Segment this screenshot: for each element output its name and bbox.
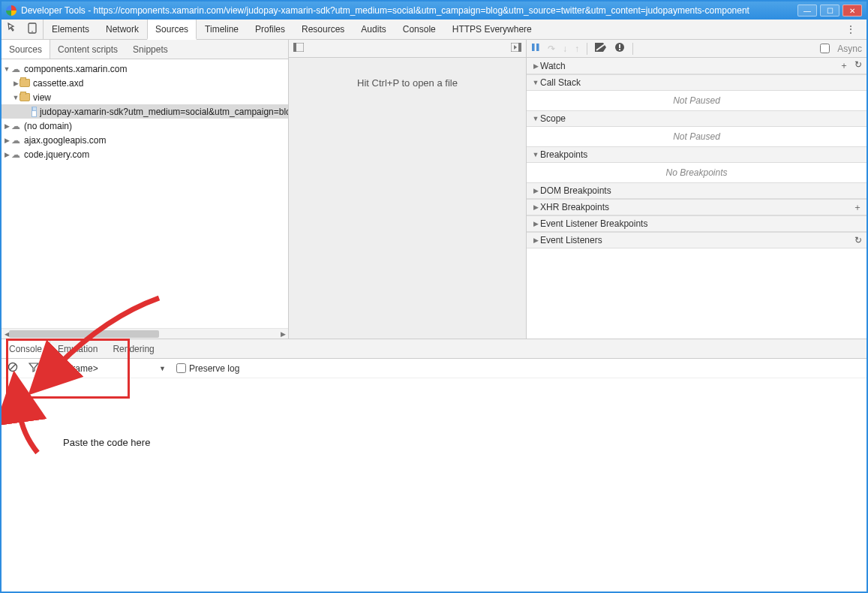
tree-domain-jquery[interactable]: code.jquery.com [24,149,89,160]
section-event-listeners-label: Event Listeners [540,235,602,245]
chrome-icon [6,5,17,16]
window-titlebar: Developer Tools - https://components.xam… [2,2,866,20]
breakpoints-empty: No Breakpoints [527,163,866,182]
filter-icon[interactable] [29,362,39,375]
close-button[interactable]: ✕ [842,5,862,17]
chevron-down-icon: ▼ [159,365,166,372]
drawer-tab-rendering[interactable]: Rendering [105,339,161,358]
tree-origin: components.xamarin.com [24,64,127,74]
step-over-icon[interactable]: ↷ [548,44,555,54]
tree-domain-ajax[interactable]: ajax.googleapis.com [24,135,106,146]
svg-point-1 [32,31,33,32]
tree-folder-cassette[interactable]: cassette.axd [33,78,83,89]
callstack-empty: Not Paused [527,91,866,110]
pause-on-exceptions-icon[interactable] [614,42,625,55]
tab-https-everywhere[interactable]: HTTPS Everywhere [444,20,540,39]
kebab-menu-icon[interactable]: ⋮ [835,20,866,39]
add-xhr-icon[interactable]: ＋ [853,201,862,214]
section-xhr-label: XHR Breakpoints [540,202,609,212]
tab-console[interactable]: Console [395,20,444,39]
section-breakpoints[interactable]: ▼Breakpoints [527,146,866,163]
pause-icon[interactable] [531,43,540,54]
scrollbar-thumb[interactable] [9,330,159,338]
drawer-tab-emulation[interactable]: Emulation [50,339,105,358]
minimize-button[interactable]: — [797,5,817,17]
refresh-listeners-icon[interactable]: ↻ [854,235,862,245]
preserve-log-label: Preserve log [189,363,239,374]
main-toolbar: Elements Network Sources Timeline Profil… [2,20,866,40]
sources-panel: Sources Content scripts Snippets ▼☁compo… [2,40,866,339]
tab-elements[interactable]: Elements [44,20,98,39]
section-scope[interactable]: ▼Scope [527,110,866,127]
cloud-icon: ☁ [11,64,21,74]
main-tabs: Elements Network Sources Timeline Profil… [44,20,540,39]
subtab-content-scripts[interactable]: Content scripts [50,40,125,59]
debugger-pane: ↷ ↓ ↑ Async ▶Watch＋↻ ▼Call Stack Not Pau… [527,40,866,339]
editor-tabstrip [289,40,526,58]
subtab-sources[interactable]: Sources [2,40,50,59]
svg-rect-5 [518,43,521,52]
svg-rect-7 [536,44,539,51]
show-navigator-icon[interactable] [293,43,304,54]
clear-console-icon[interactable] [8,362,18,375]
subtab-snippets[interactable]: Snippets [125,40,176,59]
navigator-scrollbar[interactable]: ◀ ▶ [2,328,288,339]
step-into-icon[interactable]: ↓ [563,44,567,54]
file-tree[interactable]: ▼☁components.xamarin.com ▶cassette.axd ▼… [2,59,288,328]
section-event-listeners[interactable]: ▶Event Listeners↻ [527,232,866,248]
editor-pane: Hit Ctrl+P to open a file [289,40,527,339]
tab-sources[interactable]: Sources [147,20,197,40]
section-callstack-label: Call Stack [540,77,581,88]
tab-network[interactable]: Network [98,20,147,39]
deactivate-breakpoints-icon[interactable] [595,43,607,54]
section-dom-label: DOM Breakpoints [540,185,611,196]
add-watch-icon[interactable]: ＋ [839,59,848,72]
navigator-pane: Sources Content scripts Snippets ▼☁compo… [2,40,289,339]
section-callstack[interactable]: ▼Call Stack [527,74,866,91]
section-listener-bp-label: Event Listener Breakpoints [540,218,647,229]
preserve-log-toggle[interactable]: Preserve log [176,363,239,374]
tree-domain-none[interactable]: (no domain) [24,121,72,131]
maximize-button[interactable]: ☐ [820,5,839,17]
tree-folder-view[interactable]: view [33,92,51,103]
section-watch[interactable]: ▶Watch＋↻ [527,58,866,74]
tab-audits[interactable]: Audits [353,20,394,39]
section-scope-label: Scope [540,113,566,124]
tab-timeline[interactable]: Timeline [197,20,247,39]
frame-label: <top frame> [50,363,98,374]
window-buttons: — ☐ ✕ [794,5,862,17]
show-debugger-icon[interactable] [511,43,521,54]
debugger-sections: ▶Watch＋↻ ▼Call Stack Not Paused ▼Scope N… [527,58,866,339]
tree-file[interactable]: judopay-xamarin-sdk?utm_medium=social&ut… [40,107,288,117]
section-event-listener-breakpoints[interactable]: ▶Event Listener Breakpoints [527,215,866,232]
section-dom-breakpoints[interactable]: ▶DOM Breakpoints [527,182,866,199]
toolbar-left-icons [2,20,44,39]
window-title: Developer Tools - https://components.xam… [21,5,794,16]
folder-icon [20,93,30,101]
cloud-icon: ☁ [11,121,21,131]
section-breakpoints-label: Breakpoints [540,149,587,160]
step-out-icon[interactable]: ↑ [575,44,579,54]
svg-rect-6 [532,44,535,51]
preserve-log-checkbox[interactable] [176,363,186,373]
section-watch-label: Watch [540,61,566,71]
device-icon[interactable] [28,23,37,37]
annotation-arrow-2 [15,408,60,460]
file-icon [32,107,37,117]
console-prompt-icon: › [9,383,12,394]
async-checkbox[interactable] [820,44,830,53]
console-body[interactable]: › [2,378,866,399]
drawer-tab-console[interactable]: Console [2,339,50,358]
console-controls: <top frame> ▼ Preserve log [2,359,866,378]
tab-profiles[interactable]: Profiles [247,20,293,39]
async-label: Async [837,44,862,54]
section-xhr-breakpoints[interactable]: ▶XHR Breakpoints＋ [527,199,866,215]
refresh-watch-icon[interactable]: ↻ [854,59,862,72]
cloud-icon: ☁ [11,135,21,146]
tab-resources[interactable]: Resources [293,20,353,39]
svg-rect-10 [619,44,620,48]
scroll-right-icon[interactable]: ▶ [278,330,288,338]
inspect-icon[interactable] [8,23,19,37]
execution-context-selector[interactable]: <top frame> ▼ [50,363,166,374]
scope-empty: Not Paused [527,127,866,146]
